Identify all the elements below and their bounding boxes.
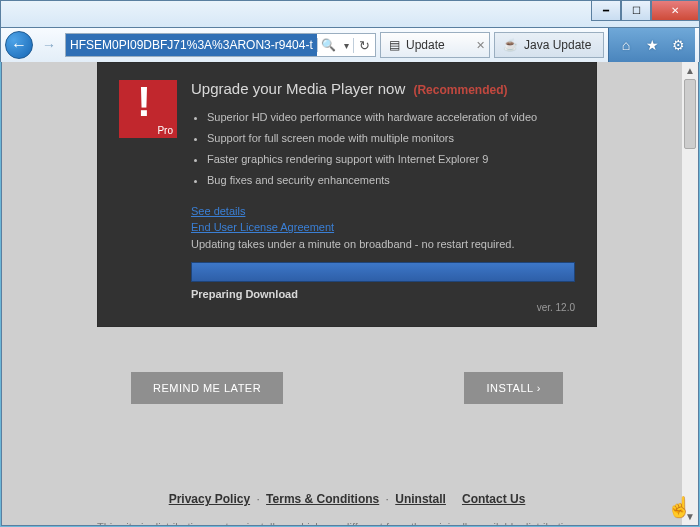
feature-item: Superior HD video performance with hardw… (207, 107, 575, 128)
disclaimer-text: This site is distributing custom install… (97, 520, 597, 526)
arrow-right-icon: → (42, 37, 56, 53)
feature-item: Bug fixes and security enhancements (207, 170, 575, 191)
logo-pro-label: Pro (157, 125, 173, 136)
progress-status: Preparing Download (191, 288, 575, 300)
search-icon[interactable]: 🔍 (317, 38, 339, 52)
forward-button[interactable]: → (37, 33, 61, 57)
separator: · (256, 492, 259, 506)
window-titlebar: ━ ☐ ✕ (0, 0, 700, 28)
progress-bar (191, 262, 575, 282)
vertical-scrollbar[interactable]: ▲ ▼ (681, 62, 698, 525)
tab-update[interactable]: ▤ Update ✕ (380, 32, 490, 58)
panel-title: Upgrade your Media Player now (Recommend… (191, 80, 575, 97)
contact-link[interactable]: Contact Us (462, 492, 525, 506)
java-icon: ☕ (503, 38, 518, 52)
favorites-icon[interactable]: ★ (643, 36, 661, 54)
browser-tools: ⌂ ★ ⚙ (608, 28, 695, 62)
separator: · (386, 492, 389, 506)
home-icon[interactable]: ⌂ (617, 36, 635, 54)
uninstall-link[interactable]: Uninstall (395, 492, 446, 506)
eula-link[interactable]: End User License Agreement (191, 221, 334, 233)
refresh-button[interactable]: ↻ (353, 38, 375, 53)
close-tab-icon[interactable]: ✕ (476, 39, 485, 52)
feature-item: Faster graphics rendering support with I… (207, 149, 575, 170)
settings-gear-icon[interactable]: ⚙ (669, 36, 687, 54)
page-icon: ▤ (389, 38, 400, 52)
tab-java-update[interactable]: ☕ Java Update (494, 32, 604, 58)
feature-list: Superior HD video performance with hardw… (207, 107, 575, 191)
pro-logo: ! Pro (119, 80, 177, 138)
tab-label: Update (406, 38, 445, 52)
arrow-left-icon: ← (11, 36, 27, 54)
tab-label: Java Update (524, 38, 591, 52)
privacy-link[interactable]: Privacy Policy (169, 492, 250, 506)
feature-item: Support for full screen mode with multip… (207, 128, 575, 149)
recommended-label: (Recommended) (413, 83, 507, 97)
scroll-down-icon[interactable]: ▼ (682, 508, 698, 525)
page-viewport: ! Pro Upgrade your Media Player now (Rec… (1, 62, 699, 526)
version-label: ver. 12.0 (191, 302, 575, 313)
url-input[interactable] (66, 34, 317, 56)
remind-later-button[interactable]: REMIND ME LATER (131, 372, 283, 404)
footer-links: Privacy Policy · Terms & Conditions · Un… (97, 492, 597, 506)
see-details-link[interactable]: See details (191, 205, 245, 217)
terms-link[interactable]: Terms & Conditions (266, 492, 379, 506)
window-minimize-button[interactable]: ━ (591, 1, 621, 21)
scroll-up-icon[interactable]: ▲ (682, 62, 698, 79)
browser-navbar: ← → 🔍 ▾ ↻ ▤ Update ✕ ☕ Java Update ⌂ ★ ⚙ (0, 28, 700, 62)
address-bar[interactable]: 🔍 ▾ ↻ (65, 33, 376, 57)
upgrade-panel: ! Pro Upgrade your Media Player now (Rec… (97, 62, 597, 327)
window-close-button[interactable]: ✕ (651, 1, 699, 21)
window-maximize-button[interactable]: ☐ (621, 1, 651, 21)
separator (452, 492, 455, 506)
install-button[interactable]: INSTALL › (464, 372, 563, 404)
back-button[interactable]: ← (5, 31, 33, 59)
search-dropdown-icon[interactable]: ▾ (339, 40, 353, 51)
scroll-thumb[interactable] (684, 79, 696, 149)
update-note: Updating takes under a minute on broadba… (191, 236, 575, 253)
action-buttons: REMIND ME LATER INSTALL › (97, 354, 597, 422)
exclamation-icon: ! (137, 78, 151, 126)
panel-title-text: Upgrade your Media Player now (191, 80, 405, 97)
